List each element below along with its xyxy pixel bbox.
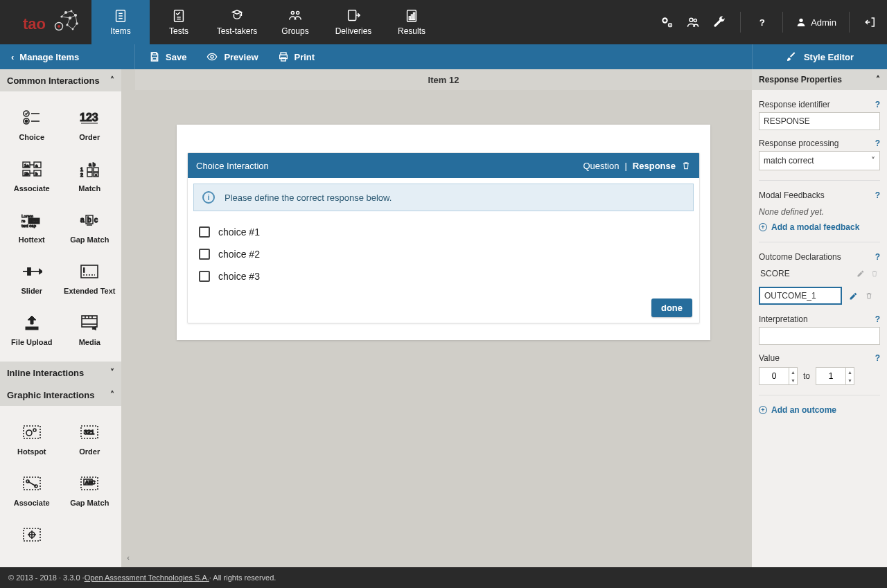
item-title: Item 12 — [428, 75, 459, 85]
delete-interaction-button[interactable] — [681, 161, 691, 170]
tool-graphic-order[interactable]: 321Order — [61, 413, 119, 464]
value-from-input[interactable] — [759, 367, 789, 385]
nav-results[interactable]: Results — [383, 0, 441, 44]
tool-graphic-gapmatch[interactable]: ABCGap Match — [61, 464, 119, 515]
svg-point-41 — [25, 120, 27, 122]
response-tab[interactable]: Response — [633, 161, 676, 171]
help-icon[interactable]: ? — [875, 314, 880, 324]
trash-icon[interactable] — [865, 292, 873, 300]
svg-text:ABC: ABC — [85, 480, 95, 485]
right-panel: Response Properties ˄ Response identifie… — [752, 69, 887, 567]
svg-point-28 — [690, 18, 693, 21]
logout-icon[interactable] — [862, 14, 879, 30]
tool-associate[interactable]: 1aa2bbAssociate — [3, 150, 61, 201]
tool-match[interactable]: a b12Match — [61, 150, 119, 201]
spin-up[interactable]: ▲ — [789, 368, 797, 376]
choice-interaction-block: Choice Interaction Question | Response i… — [187, 152, 700, 323]
value-to-input[interactable] — [816, 367, 846, 385]
preview-button[interactable]: Preview — [206, 51, 258, 62]
admin-button[interactable]: Admin — [796, 17, 836, 28]
edit-icon[interactable] — [857, 269, 865, 278]
user-icon — [796, 17, 807, 28]
save-button[interactable]: Save — [149, 51, 186, 62]
info-icon: i — [202, 191, 215, 204]
svg-line-94 — [28, 481, 36, 486]
choice-row: choice #3 — [196, 265, 691, 287]
save-icon — [149, 51, 160, 62]
style-editor-button[interactable]: Style Editor — [752, 44, 887, 69]
spin-up[interactable]: ▲ — [846, 368, 854, 376]
tool-choice[interactable]: Choice — [3, 98, 61, 150]
tool-order[interactable]: 123Order — [61, 98, 119, 150]
trash-icon[interactable] — [870, 269, 879, 278]
tool-graphic-associate[interactable]: Associate — [3, 464, 61, 515]
tool-graphic-more[interactable] — [3, 515, 61, 558]
print-button[interactable]: Print — [278, 51, 315, 62]
tool-file-upload[interactable]: File Upload — [3, 303, 61, 355]
svg-point-31 — [799, 19, 802, 22]
wrench-icon[interactable] — [711, 14, 728, 30]
common-interactions-header[interactable]: Common Interactions ˄ — [0, 69, 121, 91]
choice-checkbox[interactable] — [199, 249, 210, 260]
interpretation-input[interactable] — [759, 327, 880, 345]
tool-extended-text[interactable]: IExtended Text — [61, 252, 119, 303]
help-icon[interactable]: ? — [875, 190, 880, 200]
logo[interactable]: tao — [8, 0, 91, 44]
inline-interactions-header[interactable]: Inline Interactions ˅ — [0, 362, 121, 384]
value-row: ▲▼ to ▲▼ — [759, 367, 880, 385]
response-processing-select[interactable]: match correct ˅ — [759, 151, 880, 170]
svg-point-34 — [211, 55, 213, 58]
svg-rect-21 — [349, 10, 356, 21]
chevron-up-icon: ˄ — [876, 75, 880, 84]
response-properties-header[interactable]: Response Properties ˄ — [752, 69, 887, 90]
top-nav-tabs: Items Tests Test-takers Groups Deliverie… — [91, 0, 441, 44]
divider — [782, 12, 783, 33]
question-tab[interactable]: Question — [583, 161, 619, 171]
settings-gears-icon[interactable] — [658, 14, 675, 30]
footer-link[interactable]: Open Assessment Technologies S.A. — [85, 573, 209, 582]
help-icon[interactable]: ? — [875, 100, 880, 109]
tool-label: Gap Match — [70, 235, 109, 244]
help-icon[interactable]: ? — [753, 14, 770, 30]
left-panel-splitter[interactable]: ‹ — [121, 69, 135, 567]
tool-gapmatch[interactable]: abcGap Match — [61, 201, 119, 252]
response-id-input[interactable] — [759, 112, 880, 130]
choice-checkbox[interactable] — [199, 271, 210, 282]
nav-groups[interactable]: Groups — [266, 0, 324, 44]
help-icon[interactable]: ? — [875, 353, 880, 363]
extended-text-icon: I — [80, 260, 99, 283]
nav-tests[interactable]: Tests — [150, 0, 208, 44]
add-modal-feedback-button[interactable]: + Add a modal feedback — [759, 222, 880, 232]
tool-hotspot[interactable]: Hotspot — [3, 413, 61, 464]
svg-text:c: c — [94, 216, 98, 224]
nav-deliveries[interactable]: Deliveries — [324, 0, 383, 44]
graphic-interactions-header[interactable]: Graphic Interactions ˄ — [0, 384, 121, 406]
help-icon[interactable]: ? — [875, 252, 880, 262]
svg-text:a: a — [35, 163, 38, 168]
tool-media[interactable]: Media — [61, 303, 119, 355]
tool-hottext[interactable]: LoremreHotttext capHottext — [3, 201, 61, 252]
tool-label: Choice — [19, 133, 44, 141]
outcome-name-input[interactable] — [759, 287, 842, 305]
info-text: Please define the correct response below… — [225, 193, 392, 203]
svg-text:a: a — [80, 216, 85, 224]
svg-rect-25 — [414, 12, 415, 19]
users-icon[interactable] — [685, 14, 701, 30]
nav-items[interactable]: Items — [91, 0, 150, 44]
tool-slider[interactable]: Slider — [3, 252, 61, 303]
section-title: Common Interactions — [7, 75, 100, 86]
nav-testtakers[interactable]: Test-takers — [208, 0, 266, 44]
top-nav-left: tao Items Tests Test-takers Groups — [8, 0, 441, 44]
add-outcome-button[interactable]: + Add an outcome — [759, 405, 880, 415]
done-button[interactable]: done — [651, 299, 692, 317]
slider-icon — [21, 260, 42, 283]
chevron-down-icon: ˅ — [871, 156, 875, 166]
spin-down[interactable]: ▼ — [846, 376, 854, 384]
choice-checkbox[interactable] — [199, 226, 210, 238]
groups-icon — [287, 8, 304, 24]
spin-down[interactable]: ▼ — [789, 376, 797, 384]
manage-items-button[interactable]: ‹ Manage Items — [0, 44, 135, 69]
edit-icon[interactable] — [849, 292, 858, 301]
help-icon[interactable]: ? — [875, 139, 880, 148]
graphic-order-icon: 321 — [80, 421, 99, 443]
